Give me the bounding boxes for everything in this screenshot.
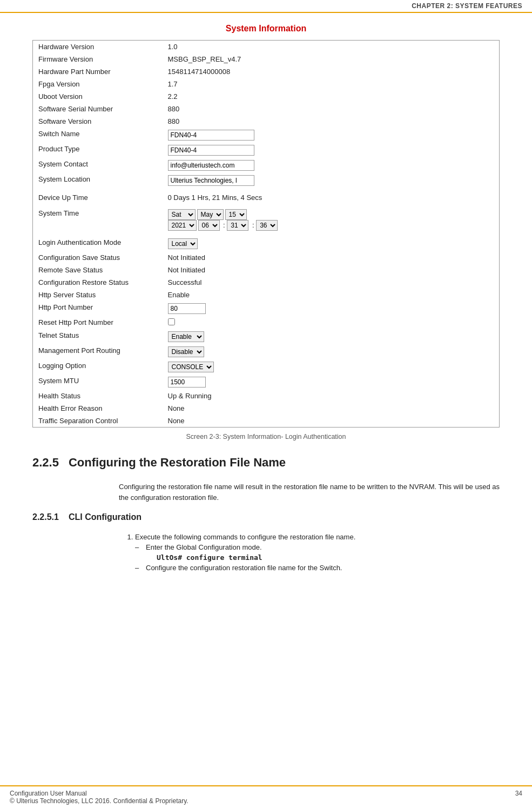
row-label: Http Server Status bbox=[33, 289, 163, 301]
table-row: Health Error ReasonNone bbox=[33, 402, 500, 415]
row-label: Firmware Version bbox=[33, 53, 163, 65]
footer-page-number: 34 bbox=[515, 790, 522, 805]
month-select[interactable]: JanFebMarAprMayJunJulAugSepOctNovDec bbox=[197, 209, 224, 220]
row-value: Not Initiated bbox=[163, 251, 500, 264]
row-label: Http Port Number bbox=[33, 301, 163, 316]
section-225-title: Configuring the Restoration File Name bbox=[69, 456, 286, 470]
text-input[interactable] bbox=[168, 145, 254, 156]
table-row: Hardware Version1.0 bbox=[33, 41, 500, 54]
table-row: Telnet StatusEnableDisable bbox=[33, 329, 500, 344]
table-row: Software Version880 bbox=[33, 115, 500, 128]
table-row: Traffic Separation ControlNone bbox=[33, 415, 500, 428]
table-row: Health StatusUp & Running bbox=[33, 390, 500, 402]
day-select[interactable]: SunMonTueWedThuFriSat bbox=[168, 209, 196, 220]
table-row: Remote Save StatusNot Initiated bbox=[33, 264, 500, 276]
row-label: Hardware Part Number bbox=[33, 65, 163, 78]
section-title: System Information bbox=[32, 24, 500, 34]
table-row: Http Port Number bbox=[33, 301, 500, 316]
step-list: Execute the following commands to config… bbox=[135, 533, 500, 572]
row-label: Configuration Save Status bbox=[33, 251, 163, 264]
row-value[interactable] bbox=[163, 173, 500, 188]
table-row: Firmware VersionMSBG_BSP_REL_v4.7 bbox=[33, 53, 500, 65]
row-value[interactable] bbox=[163, 128, 500, 143]
row-value: 2.2 bbox=[163, 90, 500, 103]
row-value: MSBG_BSP_REL_v4.7 bbox=[163, 53, 500, 65]
sub-step-1-text: Enter the Global Configuration mode. bbox=[146, 543, 262, 551]
row-value[interactable]: EnableDisable bbox=[163, 344, 500, 359]
row-value[interactable] bbox=[163, 316, 500, 329]
row-value: Successful bbox=[163, 276, 500, 289]
sub-step-2-text: Configure the configuration restoration … bbox=[146, 564, 342, 572]
row-value: 1548114714000008 bbox=[163, 65, 500, 78]
row-value: 0 Days 1 Hrs, 21 Mins, 4 Secs bbox=[163, 188, 500, 204]
text-input[interactable] bbox=[168, 130, 254, 141]
table-row: Hardware Part Number1548114714000008 bbox=[33, 65, 500, 78]
row-value: None bbox=[163, 415, 500, 428]
table-row: Configuration Restore StatusSuccessful bbox=[33, 276, 500, 289]
row-value: 1.7 bbox=[163, 78, 500, 90]
sub-step-2: Configure the configuration restoration … bbox=[135, 564, 500, 572]
row-value[interactable] bbox=[163, 301, 500, 316]
row-value: Enable bbox=[163, 289, 500, 301]
text-input[interactable] bbox=[168, 175, 254, 186]
table-row: System Contact bbox=[33, 158, 500, 173]
sec-select[interactable]: 0001020304050607080910111213141516171819… bbox=[256, 220, 278, 231]
table-row: System MTU bbox=[33, 375, 500, 390]
row-label: Health Error Reason bbox=[33, 402, 163, 415]
table-row: Device Up Time0 Days 1 Hrs, 21 Mins, 4 S… bbox=[33, 188, 500, 204]
year-select[interactable]: 2015201620172018201920202021202220232024… bbox=[168, 220, 197, 231]
select-dropdown[interactable]: EnableDisable bbox=[168, 331, 204, 342]
table-row: Management Port RoutingEnableDisable bbox=[33, 344, 500, 359]
footer-copyright: © Ulterius Technologies, LLC 2016. Confi… bbox=[10, 797, 188, 805]
sub-step-1: Enter the Global Configuration mode. Ult… bbox=[135, 543, 500, 562]
row-value[interactable]: SunMonTueWedThuFriSatJanFebMarAprMayJunJ… bbox=[163, 204, 500, 233]
table-row: Logging OptionCONSOLESYSLOGBOTH bbox=[33, 359, 500, 375]
min-select[interactable]: 0001020304050607080910111213141516171819… bbox=[227, 220, 248, 231]
row-value: None bbox=[163, 402, 500, 415]
row-label: System Location bbox=[33, 173, 163, 188]
row-value[interactable]: CONSOLESYSLOGBOTH bbox=[163, 359, 500, 375]
row-value: 1.0 bbox=[163, 41, 500, 54]
text-input-small[interactable] bbox=[168, 377, 206, 388]
footer-left: Configuration User Manual © Ulterius Tec… bbox=[10, 790, 188, 805]
day-num-select[interactable]: 0102030405060708091011121314151617181920… bbox=[225, 209, 247, 220]
row-label: Logging Option bbox=[33, 359, 163, 375]
row-label: Telnet Status bbox=[33, 329, 163, 344]
row-label: Management Port Routing bbox=[33, 344, 163, 359]
table-row: Fpga Version1.7 bbox=[33, 78, 500, 90]
page-footer: Configuration User Manual © Ulterius Tec… bbox=[0, 785, 532, 808]
row-value[interactable]: Local bbox=[163, 233, 500, 251]
section-2251-title: CLI Configuration bbox=[69, 512, 142, 522]
hour-select[interactable]: 0001020304050607080910111213141516171819… bbox=[198, 220, 220, 231]
table-row: Login Authentication ModeLocal bbox=[33, 233, 500, 251]
select-dropdown[interactable]: EnableDisable bbox=[168, 346, 204, 357]
row-label: Hardware Version bbox=[33, 41, 163, 54]
section-2251-heading-row: 2.2.5.1 CLI Configuration bbox=[32, 512, 500, 526]
table-row: Product Type bbox=[33, 143, 500, 158]
sub-list: Enter the Global Configuration mode. Ult… bbox=[135, 543, 500, 572]
section-225-body: Configuring the restoration file name wi… bbox=[119, 482, 500, 503]
row-value[interactable]: EnableDisable bbox=[163, 329, 500, 344]
row-value: Up & Running bbox=[163, 390, 500, 402]
cli-command: UltOs# configure terminal bbox=[157, 553, 500, 562]
table-row: System Location bbox=[33, 173, 500, 188]
text-input[interactable] bbox=[168, 160, 254, 171]
row-value: 880 bbox=[163, 103, 500, 115]
table-row: Reset Http Port Number bbox=[33, 316, 500, 329]
row-value[interactable] bbox=[163, 158, 500, 173]
footer-manual: Configuration User Manual bbox=[10, 790, 188, 797]
row-label: Health Status bbox=[33, 390, 163, 402]
row-label: Software Serial Number bbox=[33, 103, 163, 115]
row-value: Not Initiated bbox=[163, 264, 500, 276]
select-dropdown[interactable]: CONSOLESYSLOGBOTH bbox=[168, 362, 214, 372]
step-1: Execute the following commands to config… bbox=[135, 533, 500, 572]
text-input-small[interactable] bbox=[168, 303, 206, 314]
checkbox-input[interactable] bbox=[168, 318, 175, 325]
select-dropdown[interactable]: Local bbox=[168, 238, 198, 249]
row-value[interactable] bbox=[163, 143, 500, 158]
row-label: System MTU bbox=[33, 375, 163, 390]
row-label: Reset Http Port Number bbox=[33, 316, 163, 329]
row-label: Device Up Time bbox=[33, 188, 163, 204]
row-value[interactable] bbox=[163, 375, 500, 390]
row-label: Software Version bbox=[33, 115, 163, 128]
